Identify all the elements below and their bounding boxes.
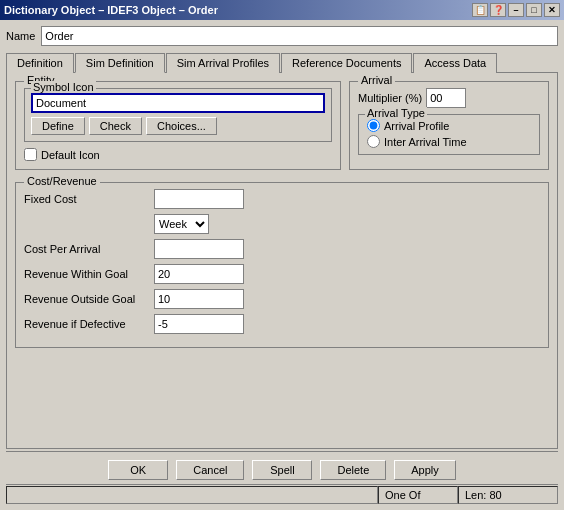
symbol-icon-group: Symbol Icon Define Check Choices... [24,88,332,142]
tab-sim-definition[interactable]: Sim Definition [75,53,165,73]
week-select[interactable]: Week Day Month Year [154,214,209,234]
cancel-button[interactable]: Cancel [176,460,244,480]
icon1-btn[interactable]: 📋 [472,3,488,17]
revenue-if-defective-label: Revenue if Defective [24,318,154,330]
inter-arrival-time-label: Inter Arrival Time [384,136,467,148]
tab-definition[interactable]: Definition [6,53,74,73]
status-right: Len: 80 [458,486,558,504]
revenue-if-defective-input[interactable] [154,314,244,334]
arrival-profile-label: Arrival Profile [384,120,449,132]
inter-arrival-time-radio[interactable] [367,135,380,148]
revenue-within-goal-row: Revenue Within Goal [24,264,540,284]
define-button[interactable]: Define [31,117,85,135]
symbol-icon-title: Symbol Icon [31,81,96,93]
arrival-type-group: Arrival Type Arrival Profile Inter Arriv… [358,114,540,155]
revenue-within-goal-input[interactable] [154,264,244,284]
arrival-group: Arrival Multiplier (%) Arrival Type Arri… [349,81,549,170]
tab-reference-documents[interactable]: Reference Documents [281,53,412,73]
name-input[interactable] [41,26,558,46]
bottom-buttons: OK Cancel Spell Delete Apply [6,451,558,484]
cost-per-arrival-row: Cost Per Arrival [24,239,540,259]
revenue-outside-goal-row: Revenue Outside Goal [24,289,540,309]
cost-revenue-group: Cost/Revenue Fixed Cost Week Day Month Y… [15,182,549,348]
status-left [6,486,378,504]
delete-button[interactable]: Delete [320,460,386,480]
cost-per-arrival-label: Cost Per Arrival [24,243,154,255]
cost-revenue-title: Cost/Revenue [24,175,100,187]
arrival-profile-radio[interactable] [367,119,380,132]
revenue-within-goal-label: Revenue Within Goal [24,268,154,280]
apply-button[interactable]: Apply [394,460,456,480]
multiplier-input[interactable] [426,88,466,108]
fixed-cost-label: Fixed Cost [24,193,154,205]
multiplier-row: Multiplier (%) [358,88,540,108]
check-button[interactable]: Check [89,117,142,135]
revenue-outside-goal-input[interactable] [154,289,244,309]
minimize-btn[interactable]: – [508,3,524,17]
default-icon-checkbox[interactable] [24,148,37,161]
name-row: Name [6,26,558,46]
arrival-type-title: Arrival Type [365,107,427,119]
revenue-if-defective-row: Revenue if Defective [24,314,540,334]
maximize-btn[interactable]: □ [526,3,542,17]
default-icon-row: Default Icon [24,148,332,161]
inter-arrival-time-row: Inter Arrival Time [367,135,531,148]
symbol-icon-buttons: Define Check Choices... [31,117,325,135]
arrival-group-title: Arrival [358,74,395,86]
icon2-btn[interactable]: ❓ [490,3,506,17]
spell-button[interactable]: Spell [252,460,312,480]
week-row: Week Day Month Year [154,214,540,234]
ok-button[interactable]: OK [108,460,168,480]
title-controls: 📋 ❓ – □ ✕ [472,3,560,17]
title-bar: Dictionary Object – IDEF3 Object – Order… [0,0,564,20]
title-text: Dictionary Object – IDEF3 Object – Order [4,4,218,16]
close-btn[interactable]: ✕ [544,3,560,17]
tab-content: Entity Symbol Icon Define Check Choices.… [6,72,558,449]
choices-button[interactable]: Choices... [146,117,217,135]
multiplier-label: Multiplier (%) [358,92,422,104]
fixed-cost-row: Fixed Cost [24,189,540,209]
status-mid: One Of [378,486,458,504]
revenue-outside-goal-label: Revenue Outside Goal [24,293,154,305]
symbol-icon-input[interactable] [31,93,325,113]
cost-per-arrival-input[interactable] [154,239,244,259]
fixed-cost-input[interactable] [154,189,244,209]
tabs-container: Definition Sim Definition Sim Arrival Pr… [6,52,558,72]
tab-sim-arrival-profiles[interactable]: Sim Arrival Profiles [166,53,280,73]
main-window: Name Definition Sim Definition Sim Arriv… [0,20,564,510]
entity-group: Entity Symbol Icon Define Check Choices.… [15,81,341,170]
arrival-profile-row: Arrival Profile [367,119,531,132]
top-section: Entity Symbol Icon Define Check Choices.… [15,81,549,170]
default-icon-label: Default Icon [41,149,100,161]
name-label: Name [6,30,35,42]
tab-access-data[interactable]: Access Data [413,53,497,73]
status-bar: One Of Len: 80 [6,484,558,504]
